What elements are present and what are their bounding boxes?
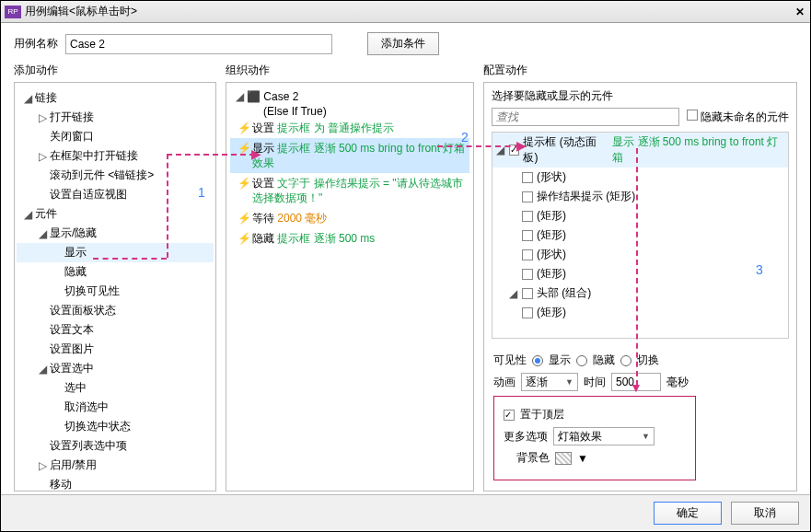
bgcolor-swatch[interactable] xyxy=(555,452,572,465)
tree-show-hide[interactable]: ◢显示/隐藏 xyxy=(17,224,214,243)
tree-set-selected[interactable]: ◢设置选中 xyxy=(17,359,214,378)
col-header-cfg: 配置动作 xyxy=(483,63,797,78)
app-icon: RP xyxy=(5,6,21,18)
wi-1[interactable]: ◢提示框 (动态面板) 显示 逐渐 500 ms bring to front … xyxy=(492,133,788,168)
window-title: 用例编辑<鼠标单击时> xyxy=(25,4,790,19)
tree-hide[interactable]: 隐藏 xyxy=(17,262,214,282)
extra-options-box: 置于顶层 更多选项 灯箱效果▼ 背景色 ▼ xyxy=(493,396,696,480)
anno-arrow-1: ▶ xyxy=(251,146,261,161)
org-a5[interactable]: ⚡隐藏 提示框 逐渐 500 ms xyxy=(230,228,469,249)
wi-4[interactable]: (矩形) xyxy=(492,206,788,226)
anno-line-3 xyxy=(636,148,638,386)
chevron-down-icon: ▼ xyxy=(565,377,573,387)
bolt-icon: ⚡ xyxy=(238,176,251,191)
col-header-org: 组织动作 xyxy=(226,63,474,78)
radio-toggle[interactable] xyxy=(620,355,631,366)
anno-label-3: 3 xyxy=(756,262,763,277)
tree-move[interactable]: 移动 xyxy=(17,475,214,492)
title-bar: RP 用例编辑<鼠标单击时> ✕ xyxy=(1,1,810,23)
anno-label-1: 1 xyxy=(198,185,205,200)
visibility-row: 可见性 显示 隐藏 切换 xyxy=(493,353,787,368)
org-a2[interactable]: ⚡显示 提示框 逐渐 500 ms bring to front 灯箱效果 xyxy=(230,138,469,173)
tree-open-in-frame[interactable]: ▷在框架中打开链接 xyxy=(17,146,214,166)
radio-hide[interactable] xyxy=(576,355,587,366)
tree-open-link[interactable]: ▷打开链接 xyxy=(17,108,214,127)
configure-action-pane: 选择要隐藏或显示的元件 隐藏未命名的元件 ◢提示框 (动态面板) 显示 逐渐 5… xyxy=(483,82,797,492)
tree-enable-disable[interactable]: ▷启用/禁用 xyxy=(17,456,214,475)
anno-arrow-2: ▶ xyxy=(516,138,527,153)
tree-set-image[interactable]: 设置图片 xyxy=(17,340,214,359)
org-a4[interactable]: ⚡等待 2000 毫秒 xyxy=(230,208,469,228)
chevron-down-icon[interactable]: ▼ xyxy=(577,452,588,465)
anno-arrow-3: ▼ xyxy=(630,380,643,395)
bolt-icon: ⚡ xyxy=(238,121,251,135)
tree-widgets[interactable]: ◢元件 xyxy=(17,204,214,224)
anno-line-1a xyxy=(93,258,167,260)
organize-action-pane: ◢⬛ Case 2 (Else If True) ⚡设置 提示框 为 普通操作提… xyxy=(226,82,474,492)
wi-5[interactable]: (矩形) xyxy=(492,226,788,245)
tree-toggle-vis[interactable]: 切换可见性 xyxy=(17,282,214,301)
org-a3[interactable]: ⚡设置 文字于 操作结果提示 = "请从待选城市选择数据项！" xyxy=(230,173,469,208)
tree-close-window[interactable]: 关闭窗口 xyxy=(17,127,214,146)
tree-set-text[interactable]: 设置文本 xyxy=(17,320,214,340)
wi-2[interactable]: (形状) xyxy=(492,168,788,187)
bring-front-check[interactable] xyxy=(504,410,515,421)
add-action-pane: ◢链接 ▷打开链接 关闭窗口 ▷在框架中打开链接 滚动到元件 <锚链接> 设置自… xyxy=(14,82,216,492)
tree-panel-state[interactable]: 设置面板状态 xyxy=(17,301,214,320)
col-header-add: 添加动作 xyxy=(14,63,216,78)
case-name-input[interactable] xyxy=(65,34,332,54)
anno-line-1c xyxy=(167,154,255,156)
cancel-button[interactable]: 取消 xyxy=(731,502,799,525)
tree-set-list[interactable]: 设置列表选中项 xyxy=(17,436,214,456)
org-a1[interactable]: ⚡设置 提示框 为 普通操作提示 xyxy=(230,118,469,138)
case-name-label: 用例名称 xyxy=(14,36,58,52)
tree-links[interactable]: ◢链接 xyxy=(17,88,214,108)
anno-line-2 xyxy=(437,145,520,147)
radio-show[interactable] xyxy=(532,355,543,366)
tree-unselect[interactable]: 取消选中 xyxy=(17,398,214,417)
tree-set-adaptive[interactable]: 设置自适应视图 xyxy=(17,185,214,204)
chevron-down-icon: ▼ xyxy=(642,432,650,441)
org-else: (Else If True) xyxy=(230,105,469,118)
wi-8[interactable]: ◢头部 (组合) xyxy=(492,283,788,303)
org-case[interactable]: ◢⬛ Case 2 xyxy=(230,88,469,105)
close-icon[interactable]: ✕ xyxy=(790,6,810,18)
tree-toggle-sel[interactable]: 切换选中状态 xyxy=(17,417,214,436)
search-input[interactable] xyxy=(492,108,679,126)
bolt-icon: ⚡ xyxy=(238,231,251,246)
anim-select[interactable]: 逐渐▼ xyxy=(521,373,578,391)
tree-selected[interactable]: 选中 xyxy=(17,378,214,398)
dialog-footer: 确定 取消 xyxy=(1,494,810,531)
wi-6[interactable]: (形状) xyxy=(492,245,788,264)
wi-9[interactable]: (矩形) xyxy=(492,303,788,322)
wi-7[interactable]: (矩形) xyxy=(492,264,788,283)
hide-unnamed-check[interactable]: 隐藏未命名的元件 xyxy=(687,110,789,125)
more-opts-select[interactable]: 灯箱效果▼ xyxy=(553,427,655,445)
widget-list[interactable]: ◢提示框 (动态面板) 显示 逐渐 500 ms bring to front … xyxy=(492,132,789,339)
anno-label-2: 2 xyxy=(461,130,469,145)
ok-button[interactable]: 确定 xyxy=(654,502,722,525)
cfg-title: 选择要隐藏或显示的元件 xyxy=(492,88,789,104)
tree-scroll-to[interactable]: 滚动到元件 <锚链接> xyxy=(17,166,214,185)
add-condition-button[interactable]: 添加条件 xyxy=(367,32,439,55)
bolt-icon: ⚡ xyxy=(238,211,251,226)
wi-3[interactable]: 操作结果提示 (矩形) xyxy=(492,187,788,206)
anno-line-1b xyxy=(167,154,168,258)
